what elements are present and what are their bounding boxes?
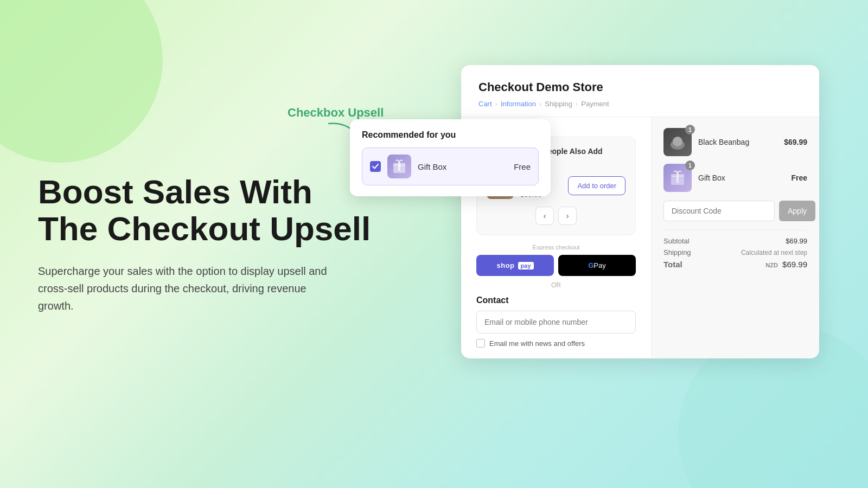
total-label: Total bbox=[663, 260, 682, 269]
breadcrumb-sep-3: › bbox=[576, 100, 578, 108]
popup-title: Recommended for you bbox=[362, 130, 539, 140]
apply-discount-button[interactable]: Apply bbox=[779, 201, 815, 221]
total-value: $69.99 bbox=[782, 260, 807, 269]
giftbox-name: Gift Box bbox=[698, 174, 784, 182]
checkout-header: Checkout Demo Store Cart › Information ›… bbox=[461, 65, 819, 117]
beanbag-badge: 1 bbox=[685, 125, 695, 134]
hero-title: Boost Sales With The Checkout Upsell bbox=[38, 174, 374, 247]
upsell-next-button[interactable]: › bbox=[558, 207, 577, 225]
total-amount: NZD $69.99 bbox=[765, 260, 807, 269]
shop-pay-icon: shop bbox=[496, 261, 514, 269]
contact-input[interactable] bbox=[476, 311, 636, 333]
email-news-checkbox[interactable] bbox=[476, 339, 485, 348]
breadcrumb-shipping: Shipping bbox=[545, 100, 572, 108]
beanbag-price: $69.99 bbox=[784, 138, 807, 146]
add-to-order-button[interactable]: Add to order bbox=[568, 176, 626, 195]
contact-section: Contact Email me with news and offers bbox=[476, 296, 636, 348]
discount-code-input[interactable] bbox=[663, 201, 775, 221]
shop-pay-text: pay bbox=[518, 262, 534, 269]
shop-pay-button[interactable]: shop pay bbox=[476, 255, 554, 276]
store-title: Checkout Demo Store bbox=[478, 80, 802, 94]
breadcrumb-cart[interactable]: Cart bbox=[478, 100, 492, 108]
giftbox-price: Free bbox=[791, 174, 807, 182]
express-checkout-buttons: shop pay G Pay bbox=[476, 255, 636, 276]
popup-item-image bbox=[387, 155, 411, 178]
svg-point-13 bbox=[673, 137, 682, 146]
svg-rect-16 bbox=[676, 173, 679, 183]
subtotal-label: Subtotal bbox=[663, 237, 690, 245]
express-checkout-section: Express checkout shop pay G Pay OR bbox=[476, 244, 636, 289]
shipping-value: Calculated at next step bbox=[741, 249, 807, 256]
or-divider: OR bbox=[476, 281, 636, 289]
breadcrumb: Cart › Information › Shipping › Payment bbox=[478, 100, 802, 108]
gpay-g-text: G bbox=[588, 261, 593, 269]
email-news-label: Email me with news and offers bbox=[489, 339, 585, 348]
popup-item: Gift Box Free bbox=[362, 147, 539, 185]
popup-item-name: Gift Box bbox=[418, 162, 507, 171]
checkout-right-summary: 1 Black Beanbag $69.99 1 bbox=[651, 117, 819, 358]
svg-rect-4 bbox=[398, 162, 400, 171]
subtotal-value: $69.99 bbox=[786, 237, 807, 245]
order-item-giftbox: 1 Gift Box Free bbox=[663, 164, 807, 192]
breadcrumb-sep-2: › bbox=[539, 100, 541, 108]
total-row: Total NZD $69.99 bbox=[663, 260, 807, 269]
checkbox-upsell-popup: Recommended for you Gift Box Free bbox=[350, 119, 551, 196]
beanbag-image-wrapper: 1 bbox=[663, 128, 692, 156]
breadcrumb-payment: Payment bbox=[581, 100, 609, 108]
email-checkbox-row: Email me with news and offers bbox=[476, 339, 636, 348]
upsell-navigation: ‹ › bbox=[487, 207, 626, 225]
giftbox-image-wrapper: 1 bbox=[663, 164, 692, 192]
checkout-panel: Checkout Demo Store Cart › Information ›… bbox=[461, 65, 819, 358]
giftbox-badge: 1 bbox=[685, 160, 695, 170]
breadcrumb-information[interactable]: Information bbox=[501, 100, 536, 108]
subtotal-row: Subtotal $69.99 bbox=[663, 237, 807, 245]
hero-subtitle: Supercharge your sales with the option t… bbox=[38, 262, 342, 314]
bg-decoration-top-left bbox=[0, 0, 163, 163]
popup-checkbox[interactable] bbox=[370, 161, 381, 172]
express-checkout-label: Express checkout bbox=[476, 244, 636, 251]
breadcrumb-sep-1: › bbox=[495, 100, 497, 108]
contact-label: Contact bbox=[476, 296, 636, 305]
totals-section: Subtotal $69.99 Shipping Calculated at n… bbox=[663, 230, 807, 269]
hero-section: Boost Sales With The Checkout Upsell Sup… bbox=[38, 174, 374, 314]
shipping-label: Shipping bbox=[663, 248, 691, 256]
google-pay-button[interactable]: G Pay bbox=[558, 255, 636, 276]
gpay-pay-text: Pay bbox=[593, 261, 605, 269]
order-item-beanbag: 1 Black Beanbag $69.99 bbox=[663, 128, 807, 156]
upsell-prev-button[interactable]: ‹ bbox=[535, 207, 554, 225]
beanbag-name: Black Beanbag bbox=[698, 138, 777, 146]
shipping-row: Shipping Calculated at next step bbox=[663, 248, 807, 256]
popup-item-price: Free bbox=[514, 162, 531, 171]
total-currency: NZD bbox=[765, 262, 778, 268]
discount-code-row: Apply bbox=[663, 201, 807, 221]
